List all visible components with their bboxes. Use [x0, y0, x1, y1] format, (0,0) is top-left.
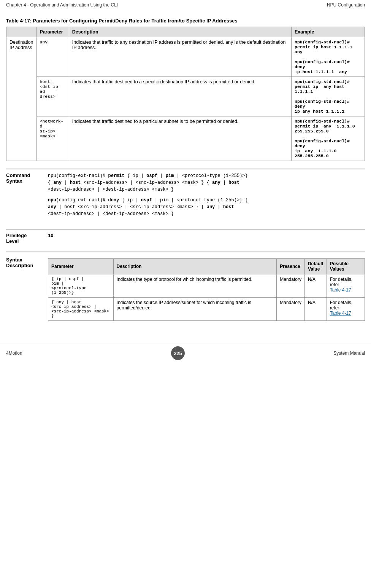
syntax-row: { any | host<src-ip-address> |<src-ip-ad…: [48, 298, 365, 321]
col-header-empty: [6, 27, 37, 37]
param-host: host<dst-ip-address>: [36, 77, 69, 116]
table-row: host<dst-ip-address> Indicates that traf…: [6, 77, 365, 116]
table-row: DestinationIP address any Indicates that…: [6, 37, 365, 77]
syntax-description-label: SyntaxDescription: [6, 255, 48, 321]
col-header-description: Description: [69, 27, 291, 37]
syn-param-protocol: { ip | ospf |pim |<protocol-type(1-255)>…: [48, 274, 114, 298]
page-number: 225: [171, 346, 185, 360]
desc-any: Indicates that traffic to any destinatio…: [69, 37, 291, 77]
privilege-level-value: 10: [48, 233, 53, 238]
syn-col-presence: Presence: [277, 259, 305, 274]
example-network: npu(config-std-nacl)# permit ip any 1.1.…: [292, 116, 365, 161]
table-title: Table 4-17: Parameters for Configuring P…: [6, 18, 365, 24]
col-header-parameter: Parameter: [36, 27, 69, 37]
command-syntax-content: npu(config-ext-nacl)# permit { ip | ospf…: [48, 172, 361, 221]
syn-col-default: DefaultValue: [304, 259, 327, 274]
command-syntax-section: CommandSyntax npu(config-ext-nacl)# perm…: [6, 169, 365, 221]
syn-col-parameter: Parameter: [48, 259, 114, 274]
privilege-level-content: 10: [48, 233, 361, 244]
syn-desc-src: Indicates the source IP address/subnet f…: [113, 298, 277, 321]
syn-presence-protocol: Mandatory: [277, 274, 305, 298]
privilege-level-section: PrivilegeLevel 10: [6, 229, 365, 244]
main-table: Parameter Description Example Destinatio…: [6, 27, 365, 161]
header-right: NPU Configuration: [327, 2, 365, 8]
header-left: Chapter 4 - Operation and Administration…: [6, 2, 118, 8]
example-any: npu(config-std-nacl)# permit ip host 1.1…: [292, 37, 365, 77]
syntax-table: Parameter Description Presence DefaultVa…: [48, 258, 365, 321]
table-link-1[interactable]: Table 4-17: [330, 287, 351, 293]
privilege-level-label: PrivilegeLevel: [6, 233, 48, 244]
col-header-example: Example: [292, 27, 365, 37]
footer-left: 4Motion: [6, 351, 22, 356]
param-network: <network-dst-ip><mask>: [36, 116, 69, 161]
syntax-description-section: SyntaxDescription Parameter Description …: [6, 252, 365, 321]
desc-host: Indicates that traffic destined to a spe…: [69, 77, 291, 116]
syn-presence-src: Mandatory: [277, 298, 305, 321]
param-any: any: [36, 37, 69, 77]
syn-col-possible: PossibleValues: [327, 259, 365, 274]
syn-possible-protocol: For details, referTable 4-17: [327, 274, 365, 298]
syntax-description-content: Parameter Description Presence DefaultVa…: [48, 255, 365, 321]
syn-col-description: Description: [113, 259, 277, 274]
syntax-row: { ip | ospf |pim |<protocol-type(1-255)>…: [48, 274, 365, 298]
footer-right: System Manual: [333, 351, 365, 356]
syn-param-src: { any | host<src-ip-address> |<src-ip-ad…: [48, 298, 114, 321]
table-row: <network-dst-ip><mask> Indicates that tr…: [6, 116, 365, 161]
command-syntax-block1: npu(config-ext-nacl)# permit { ip | ospf…: [48, 172, 361, 193]
desc-network: Indicates that traffic destined to a par…: [69, 116, 291, 161]
syn-possible-src: For details, referTable 4-17: [327, 298, 365, 321]
command-syntax-block2: npu(config-ext-nacl)# deny { ip | ospf |…: [48, 197, 361, 217]
command-syntax-label: CommandSyntax: [6, 172, 48, 221]
page-header: Chapter 4 - Operation and Administration…: [0, 0, 371, 10]
syn-desc-protocol: Indicates the type of protocol for which…: [113, 274, 277, 298]
table-link-2[interactable]: Table 4-17: [330, 311, 351, 316]
example-host: npu(config-std-nacl)# permit ip any host…: [292, 77, 365, 116]
page-footer: 4Motion 225 System Manual: [0, 344, 371, 362]
row-label-destination: DestinationIP address: [6, 37, 37, 161]
page-content: Table 4-17: Parameters for Configuring P…: [0, 10, 371, 336]
syn-default-protocol: N/A: [304, 274, 327, 298]
syn-default-src: N/A: [304, 298, 327, 321]
